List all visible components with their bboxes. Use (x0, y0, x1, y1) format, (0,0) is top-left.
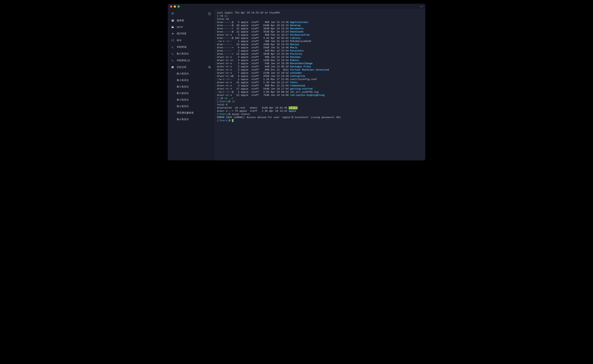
sidebar-item-6[interactable]: 本机终端 (1) (168, 57, 214, 64)
traffic-lights (170, 5, 180, 8)
terminal-icon (171, 52, 174, 55)
close-window-button[interactable] (170, 5, 172, 8)
history-item-7[interactable]: 集小美后台 (168, 116, 214, 123)
history-item-5[interactable]: 集小美后台 (168, 103, 214, 110)
sidebar-item-label: SFTP (177, 26, 183, 29)
sidebar-top (168, 11, 214, 17)
sidebar-item-label: 服务器 (177, 19, 184, 22)
history-item-3[interactable]: 集小美后台 (168, 90, 214, 97)
history-item-2[interactable]: 集小美后台 (168, 84, 214, 90)
history-item-label: 集小美后台 (177, 79, 189, 82)
home-icon[interactable] (208, 12, 211, 15)
history-header[interactable]: 历史记录 (168, 64, 214, 71)
sidebar-item-4[interactable]: 本机终端 (168, 44, 214, 50)
broadcast-icon[interactable] (420, 5, 423, 8)
sidebar-item-label: 本机终端 (177, 45, 186, 49)
history-item-label: 集小美后台 (177, 85, 189, 88)
cursor (232, 119, 233, 122)
sidebar-item-2[interactable]: 端口转发 (168, 30, 214, 37)
sidebar-item-0[interactable]: 服务器 (168, 17, 214, 24)
history-item-label: 集小美后台 (177, 118, 189, 121)
history-item-label: 集小美后台 (177, 105, 189, 108)
content-area: 服务器SFTP端口转发命令本机终端集小美后台本机终端 (1) 历史记录 集小美后… (168, 9, 425, 160)
history-item-6[interactable]: 博采测试服务器 (168, 110, 214, 116)
svg-point-10 (208, 66, 210, 68)
app-window: 服务器SFTP端口转发命令本机终端集小美后台本机终端 (1) 历史记录 集小美后… (168, 4, 425, 160)
terminal-icon (171, 46, 174, 48)
clock-icon (171, 66, 174, 69)
history-item-0[interactable]: 集小美后台 (168, 71, 214, 77)
history-list: 集小美后台集小美后台集小美后台集小美后台集小美后台集小美后台博采测试服务器集小美… (168, 71, 214, 123)
arrow-right-icon (171, 32, 174, 35)
terminal-icon (171, 59, 174, 62)
history-item-label: 集小美后台 (177, 92, 189, 95)
braces-icon (171, 39, 174, 42)
svg-line-11 (210, 67, 211, 68)
svg-point-0 (421, 6, 422, 7)
history-item-label: 集小美后台 (177, 72, 189, 75)
history-item-label: 集小美后台 (177, 98, 189, 101)
sidebar-item-label: 命令 (177, 39, 182, 42)
maximize-window-button[interactable] (178, 5, 180, 8)
svg-point-5 (172, 21, 172, 21)
history-item-4[interactable]: 集小美后台 (168, 97, 214, 103)
history-item-1[interactable]: 集小美后台 (168, 77, 214, 84)
sidebar-item-5[interactable]: 集小美后台 (168, 50, 214, 57)
sidebar: 服务器SFTP端口转发命令本机终端集小美后台本机终端 (1) 历史记录 集小美后… (168, 9, 214, 160)
history-item-label: 博采测试服务器 (177, 111, 194, 115)
minimize-window-button[interactable] (174, 5, 176, 8)
gear-icon[interactable] (171, 12, 174, 15)
sidebar-item-3[interactable]: 命令 (168, 37, 214, 44)
sidebar-item-label: 端口转发 (177, 32, 186, 35)
svg-point-1 (172, 13, 173, 14)
sidebar-item-label: 集小美后台 (177, 52, 189, 55)
sidebar-item-1[interactable]: SFTP (168, 24, 214, 30)
history-label: 历史记录 (177, 65, 186, 69)
terminal-pane[interactable]: Last login: Thu Apr 28 14:31:20 on ttys0… (214, 9, 425, 160)
svg-point-4 (172, 20, 172, 20)
folder-icon (171, 26, 174, 29)
sidebar-item-label: 本机终端 (1) (177, 59, 190, 62)
titlebar (168, 4, 425, 9)
search-icon[interactable] (208, 66, 211, 69)
server-icon (171, 19, 174, 22)
